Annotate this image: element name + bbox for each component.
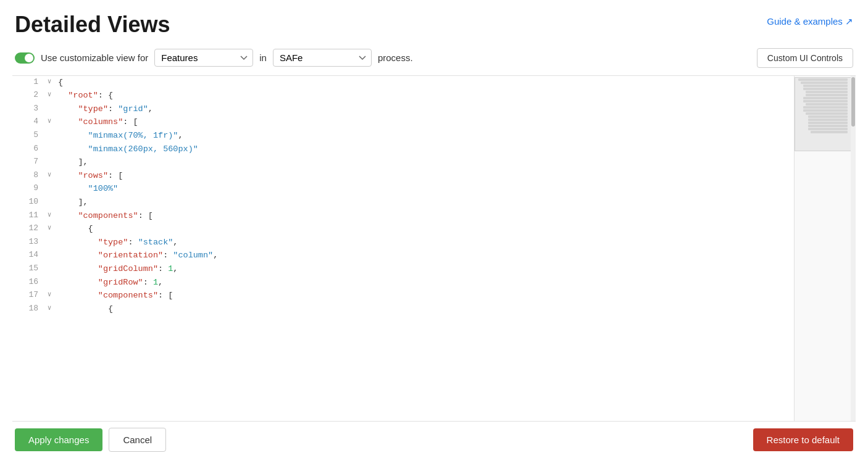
fold-button[interactable]: ∨: [43, 169, 56, 183]
fold-button[interactable]: ∨: [43, 76, 56, 90]
line-number: 14: [12, 249, 43, 262]
code-line-content: "gridColumn": 1,: [56, 262, 794, 276]
code-line-content: {: [56, 222, 794, 236]
code-line-content: ],: [56, 196, 794, 209]
table-row: 5 "minmax(70%, 1fr)",: [12, 129, 794, 143]
restore-default-button[interactable]: Restore to default: [753, 428, 853, 451]
line-number: 7: [12, 156, 43, 169]
table-row: 16 "gridRow": 1,: [12, 276, 794, 289]
fold-button[interactable]: ∨: [43, 289, 56, 302]
fold-button[interactable]: ∨: [43, 89, 56, 102]
code-editor: 1∨{2∨ "root": {3 "type": "grid",4∨ "colu…: [12, 75, 856, 422]
line-number: 6: [12, 143, 43, 156]
code-line-content: "gridRow": 1,: [56, 276, 794, 289]
fold-button: [43, 249, 56, 262]
line-number: 13: [12, 236, 43, 249]
minimap-viewport: [795, 77, 856, 151]
code-line-content: "columns": [: [56, 115, 794, 129]
fold-button: [43, 156, 56, 169]
fold-button[interactable]: ∨: [43, 302, 56, 316]
fold-button: [43, 182, 56, 196]
line-number: 2: [12, 89, 43, 102]
code-line-content: {: [56, 302, 794, 316]
code-line-content: "root": {: [56, 89, 794, 102]
code-line-content: "100%": [56, 182, 794, 196]
fold-button: [43, 262, 56, 276]
scrollbar-track[interactable]: [851, 76, 856, 421]
fold-button[interactable]: ∨: [43, 222, 56, 236]
table-row: 14 "orientation": "column",: [12, 249, 794, 262]
fold-button: [43, 102, 56, 116]
table-row: 11∨ "components": [: [12, 209, 794, 223]
cancel-button[interactable]: Cancel: [109, 428, 166, 452]
code-line-content: "minmax(70%, 1fr)",: [56, 129, 794, 143]
toggle-label: Use customizable view for: [41, 52, 148, 63]
code-line-content: "type": "stack",: [56, 236, 794, 249]
line-number: 15: [12, 262, 43, 276]
minimap: [794, 76, 856, 421]
fold-button[interactable]: ∨: [43, 209, 56, 223]
guide-link[interactable]: Guide & examples ↗: [767, 16, 853, 27]
code-line-content: "orientation": "column",: [56, 249, 794, 262]
table-row: 9 "100%": [12, 182, 794, 196]
table-row: 13 "type": "stack",: [12, 236, 794, 249]
table-row: 10 ],: [12, 196, 794, 209]
table-row: 15 "gridColumn": 1,: [12, 262, 794, 276]
safe-select[interactable]: SAFe Scrum Kanban: [273, 49, 372, 67]
table-row: 12∨ {: [12, 222, 794, 236]
fold-button: [43, 129, 56, 143]
line-number: 3: [12, 102, 43, 116]
fold-button: [43, 236, 56, 249]
line-number: 1: [12, 76, 43, 90]
line-number: 10: [12, 196, 43, 209]
table-row: 3 "type": "grid",: [12, 102, 794, 116]
fold-button[interactable]: ∨: [43, 115, 56, 129]
code-area[interactable]: 1∨{2∨ "root": {3 "type": "grid",4∨ "colu…: [12, 76, 794, 421]
line-number: 11: [12, 209, 43, 223]
table-row: 8∨ "rows": [: [12, 169, 794, 183]
code-line-content: {: [56, 76, 794, 90]
code-table: 1∨{2∨ "root": {3 "type": "grid",4∨ "colu…: [12, 76, 794, 316]
line-number: 5: [12, 129, 43, 143]
footer: Apply changes Cancel Restore to default: [0, 422, 868, 458]
page-title: Detailed Views: [15, 12, 170, 37]
table-row: 2∨ "root": {: [12, 89, 794, 102]
table-row: 6 "minmax(260px, 560px)": [12, 143, 794, 156]
table-row: 17∨ "components": [: [12, 289, 794, 302]
line-number: 8: [12, 169, 43, 183]
fold-button: [43, 196, 56, 209]
page-header: Detailed Views Guide & examples ↗: [0, 0, 868, 43]
table-row: 4∨ "columns": [: [12, 115, 794, 129]
table-row: 7 ],: [12, 156, 794, 169]
features-select[interactable]: Features Stories Epics Capabilities: [154, 49, 253, 67]
table-row: 18∨ {: [12, 302, 794, 316]
line-number: 18: [12, 302, 43, 316]
line-number: 17: [12, 289, 43, 302]
customizable-view-toggle[interactable]: [15, 52, 35, 64]
code-line-content: "components": [: [56, 289, 794, 302]
process-label: process.: [378, 52, 413, 63]
table-row: 1∨{: [12, 76, 794, 90]
code-line-content: "rows": [: [56, 169, 794, 183]
line-number: 9: [12, 182, 43, 196]
custom-ui-controls-button[interactable]: Custom UI Controls: [757, 48, 853, 68]
toolbar: Use customizable view for Features Stori…: [0, 43, 868, 75]
code-line-content: "minmax(260px, 560px)": [56, 143, 794, 156]
line-number: 4: [12, 115, 43, 129]
footer-left: Apply changes Cancel: [15, 428, 166, 452]
line-number: 16: [12, 276, 43, 289]
in-label: in: [259, 52, 267, 63]
fold-button: [43, 276, 56, 289]
apply-changes-button[interactable]: Apply changes: [15, 428, 102, 451]
code-line-content: ],: [56, 156, 794, 169]
code-line-content: "type": "grid",: [56, 102, 794, 116]
fold-button: [43, 143, 56, 156]
code-line-content: "components": [: [56, 209, 794, 223]
scrollbar-thumb[interactable]: [851, 77, 855, 127]
line-number: 12: [12, 222, 43, 236]
